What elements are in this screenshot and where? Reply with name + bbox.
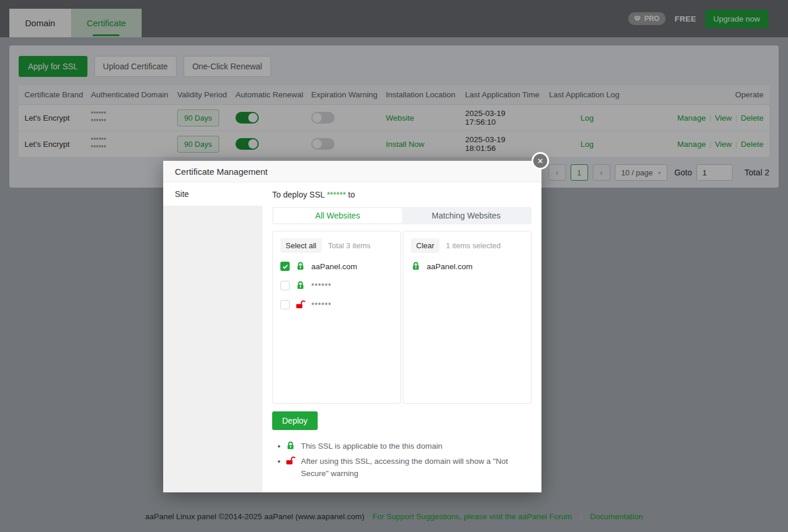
lock-open-icon bbox=[296, 300, 305, 309]
website-list-item[interactable]: ****** bbox=[280, 280, 393, 291]
ssl-note: • This SSL is applicable to the this dom… bbox=[277, 440, 532, 452]
transfer-panels: Select all Total 3 items aaPanel.com ***… bbox=[272, 231, 532, 404]
target-list: aaPanel.com bbox=[411, 260, 523, 272]
deploy-line-prefix: To deploy SSL bbox=[272, 190, 327, 199]
close-icon[interactable]: ✕ bbox=[532, 152, 549, 170]
note-text: After using this SSL, accessing the doma… bbox=[301, 455, 529, 480]
deploy-line-suffix: to bbox=[346, 190, 355, 199]
certificate-name: ****** bbox=[327, 190, 346, 199]
ssl-notes: • This SSL is applicable to the this dom… bbox=[272, 440, 532, 480]
website-list-item[interactable]: ****** bbox=[280, 299, 393, 311]
deploy-button[interactable]: Deploy bbox=[272, 411, 318, 430]
lock-closed-icon bbox=[296, 262, 305, 271]
clear-button[interactable]: Clear bbox=[411, 238, 439, 253]
source-panel: Select all Total 3 items aaPanel.com ***… bbox=[272, 231, 401, 404]
website-checkbox[interactable] bbox=[280, 281, 290, 290]
select-all-button[interactable]: Select all bbox=[280, 238, 322, 253]
website-label: aaPanel.com bbox=[311, 262, 357, 271]
certificate-management-dialog: ✕ Certificate Management Site To deploy … bbox=[163, 161, 541, 492]
target-summary: 1 items selected bbox=[446, 241, 501, 250]
note-text: This SSL is applicable to the this domai… bbox=[301, 440, 442, 452]
bullet-icon: • bbox=[277, 455, 280, 467]
lock-closed-icon bbox=[286, 441, 296, 450]
dialog-content: To deploy SSL ****** to All Websites Mat… bbox=[262, 182, 541, 492]
website-list-item[interactable]: aaPanel.com bbox=[280, 260, 393, 272]
lock-closed-icon bbox=[296, 281, 305, 290]
website-filter-tabs: All Websites Matching Websites bbox=[272, 207, 532, 224]
website-checkbox[interactable] bbox=[280, 300, 290, 309]
lock-open-icon bbox=[286, 456, 296, 466]
deploy-ssl-line: To deploy SSL ****** to bbox=[272, 190, 532, 199]
source-list: aaPanel.com ****** ****** bbox=[280, 260, 393, 311]
website-checkbox[interactable] bbox=[280, 262, 290, 271]
source-summary: Total 3 items bbox=[328, 241, 371, 250]
tab-all-websites[interactable]: All Websites bbox=[273, 208, 402, 223]
selected-website-label: aaPanel.com bbox=[427, 262, 473, 271]
ssl-note: • After using this SSL, accessing the do… bbox=[277, 455, 532, 480]
tab-matching-websites[interactable]: Matching Websites bbox=[402, 208, 531, 223]
sidebar-item-site[interactable]: Site bbox=[163, 182, 262, 206]
dialog-sidebar: Site bbox=[163, 182, 262, 492]
dialog-title: Certificate Management bbox=[163, 161, 541, 182]
lock-closed-icon bbox=[411, 262, 421, 271]
dialog-body: Site To deploy SSL ****** to All Website… bbox=[163, 182, 541, 492]
website-label: ****** bbox=[311, 281, 332, 290]
target-panel: Clear 1 items selected aaPanel.com bbox=[403, 231, 532, 404]
bullet-icon: • bbox=[277, 440, 280, 452]
selected-website-item: aaPanel.com bbox=[411, 260, 523, 272]
website-label: ****** bbox=[311, 301, 332, 309]
